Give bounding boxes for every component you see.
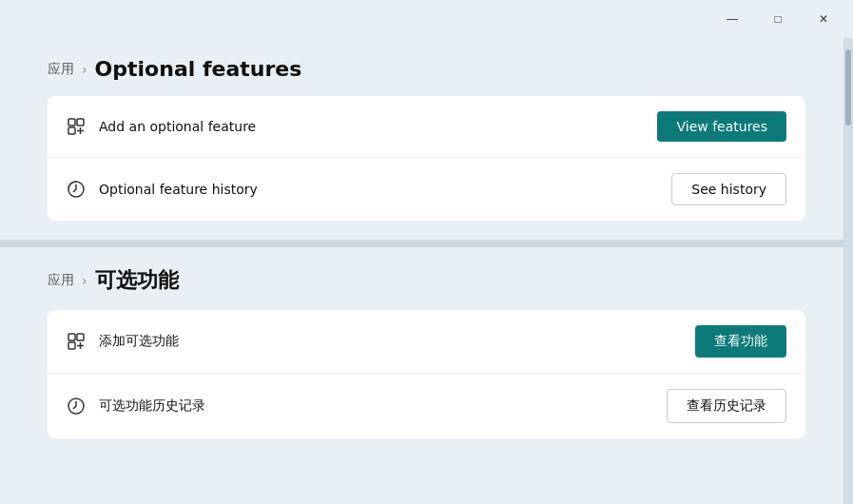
svg-rect-1 (77, 119, 84, 126)
maximize-button[interactable]: □ (756, 5, 800, 33)
svg-rect-0 (68, 119, 75, 126)
history-icon-top (67, 180, 86, 199)
close-button[interactable]: ✕ (802, 5, 845, 33)
scrollbar[interactable] (843, 38, 853, 504)
title-bar-controls: — □ ✕ (710, 5, 845, 33)
breadcrumb-separator-top: › (82, 62, 87, 77)
svg-rect-6 (68, 334, 75, 340)
add-feature-label-cn: 添加可选功能 (99, 333, 179, 350)
add-feature-row: Add an optional feature View features (48, 96, 805, 158)
breadcrumb-current-bottom: 可选功能 (95, 266, 179, 295)
add-feature-icon (67, 117, 86, 136)
breadcrumb-top: 应用 › Optional features (48, 57, 805, 81)
feature-history-left-cn: 可选功能历史记录 (67, 397, 205, 416)
top-card: Add an optional feature View features Op… (48, 96, 805, 221)
section-divider (0, 240, 853, 247)
feature-history-left: Optional feature history (67, 180, 258, 199)
feature-history-row: Optional feature history See history (48, 158, 805, 221)
add-feature-left-cn: 添加可选功能 (67, 332, 179, 351)
add-feature-row-cn: 添加可选功能 查看功能 (48, 310, 805, 374)
add-feature-left: Add an optional feature (67, 117, 256, 136)
breadcrumb-current-top: Optional features (95, 57, 302, 81)
svg-rect-7 (77, 334, 84, 340)
feature-history-row-cn: 可选功能历史记录 查看历史记录 (48, 374, 805, 438)
top-section: 应用 › Optional features Add an option (0, 38, 853, 240)
add-feature-icon-cn (67, 332, 86, 351)
feature-history-label: Optional feature history (99, 182, 258, 197)
see-history-button[interactable]: See history (671, 173, 786, 205)
title-bar: — □ ✕ (0, 0, 853, 38)
svg-rect-2 (68, 127, 75, 134)
breadcrumb-parent-bottom: 应用 (48, 272, 74, 289)
feature-history-label-cn: 可选功能历史记录 (99, 397, 205, 415)
see-history-button-cn[interactable]: 查看历史记录 (667, 389, 786, 423)
svg-rect-8 (68, 342, 75, 349)
scrollbar-thumb (845, 49, 851, 126)
bottom-card: 添加可选功能 查看功能 可选功能历史记录 查看历史记录 (48, 310, 805, 438)
view-features-button-cn[interactable]: 查看功能 (695, 325, 786, 358)
window: — □ ✕ 应用 › Optional features (0, 0, 853, 504)
minimize-button[interactable]: — (710, 5, 754, 33)
main-content: 应用 › Optional features Add an option (0, 38, 853, 504)
breadcrumb-parent-top: 应用 (48, 61, 74, 78)
breadcrumb-bottom: 应用 › 可选功能 (48, 266, 805, 295)
bottom-section: 应用 › 可选功能 添加可选功能 (0, 247, 853, 457)
breadcrumb-separator-bottom: › (82, 273, 87, 288)
add-feature-label: Add an optional feature (99, 119, 256, 134)
history-icon-bottom (67, 397, 86, 416)
view-features-button[interactable]: View features (657, 111, 786, 142)
